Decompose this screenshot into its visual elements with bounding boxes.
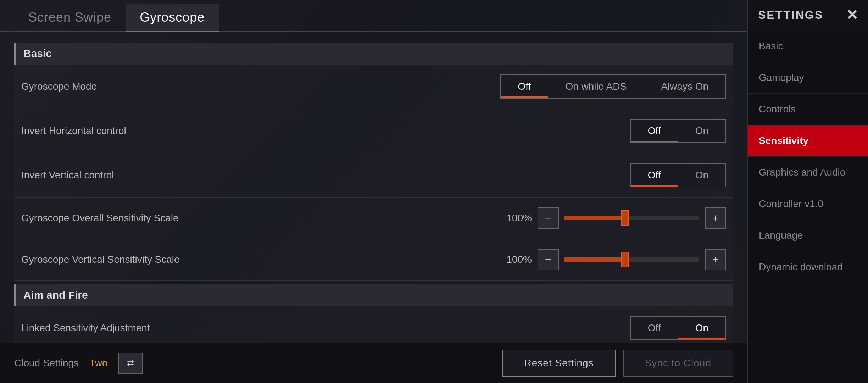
linked-sensitivity-off-btn[interactable]: Off	[631, 317, 678, 339]
gyroscope-overall-label: Gyroscope Overall Sensitivity Scale	[21, 212, 503, 224]
gyroscope-mode-toggle: Off On while ADS Always On	[500, 74, 726, 99]
cloud-swap-button[interactable]: ⇄	[118, 353, 143, 374]
main-content: Screen Swipe Gyroscope Basic Gyroscope M…	[0, 0, 747, 383]
reset-settings-button[interactable]: Reset Settings	[502, 350, 616, 377]
tab-gyroscope[interactable]: Gyroscope	[126, 4, 219, 31]
sidebar-item-sensitivity[interactable]: Sensitivity	[748, 125, 868, 157]
settings-content: Basic Gyroscope Mode Off On while ADS Al…	[0, 32, 747, 343]
invert-horizontal-row: Invert Horizontal control Off On	[14, 109, 733, 153]
close-icon[interactable]: ✕	[846, 8, 858, 22]
linked-sensitivity-on-btn[interactable]: On	[678, 317, 725, 339]
invert-horizontal-toggle: Off On	[630, 119, 726, 143]
invert-vertical-toggle: Off On	[630, 163, 726, 187]
sidebar-item-dynamic-download[interactable]: Dynamic download	[748, 251, 868, 283]
invert-vertical-off-btn[interactable]: Off	[631, 164, 678, 187]
bottom-bar: Cloud Settings Two ⇄ Reset Settings Sync…	[0, 343, 747, 383]
invert-horizontal-off-btn[interactable]: Off	[631, 120, 678, 142]
gyroscope-mode-off-btn[interactable]: Off	[501, 75, 548, 98]
sidebar-item-graphics-audio[interactable]: Graphics and Audio	[748, 157, 868, 188]
gyroscope-mode-ads-btn[interactable]: On while ADS	[548, 75, 644, 98]
sidebar: SETTINGS ✕ Basic Gameplay Controls Sensi…	[747, 0, 868, 383]
tabs-bar: Screen Swipe Gyroscope	[0, 4, 747, 32]
sidebar-header: SETTINGS ✕	[748, 0, 868, 30]
linked-sensitivity-row: Linked Sensitivity Adjustment Off On	[14, 306, 733, 343]
cloud-settings-value: Two	[89, 357, 107, 369]
tab-screen-swipe[interactable]: Screen Swipe	[14, 4, 126, 31]
linked-sensitivity-toggle: Off On	[630, 316, 726, 340]
invert-vertical-on-btn[interactable]: On	[678, 164, 725, 187]
gyroscope-vertical-label: Gyroscope Vertical Sensitivity Scale	[21, 254, 503, 265]
sync-to-cloud-button[interactable]: Sync to Cloud	[623, 350, 733, 377]
invert-horizontal-on-btn[interactable]: On	[678, 120, 725, 142]
gyroscope-overall-decrease-btn[interactable]: −	[538, 207, 559, 229]
sidebar-item-controller[interactable]: Controller v1.0	[748, 188, 868, 220]
gyroscope-overall-value: 100%	[503, 212, 532, 224]
gyroscope-overall-row: Gyroscope Overall Sensitivity Scale 100%…	[14, 198, 733, 239]
gyroscope-overall-track[interactable]	[564, 216, 699, 220]
gyroscope-mode-always-btn[interactable]: Always On	[644, 75, 725, 98]
gyroscope-vertical-thumb[interactable]	[621, 252, 629, 267]
sidebar-item-controls[interactable]: Controls	[748, 94, 868, 125]
gyroscope-mode-row: Gyroscope Mode Off On while ADS Always O…	[14, 65, 733, 109]
linked-sensitivity-label: Linked Sensitivity Adjustment	[21, 322, 630, 334]
invert-vertical-label: Invert Vertical control	[21, 170, 630, 181]
sidebar-item-language[interactable]: Language	[748, 220, 868, 251]
gyroscope-vertical-row: Gyroscope Vertical Sensitivity Scale 100…	[14, 239, 733, 281]
gyroscope-vertical-increase-btn[interactable]: +	[705, 249, 726, 270]
gyroscope-vertical-track[interactable]	[564, 257, 699, 262]
invert-vertical-row: Invert Vertical control Off On	[14, 153, 733, 198]
sidebar-item-gameplay[interactable]: Gameplay	[748, 62, 868, 94]
gyroscope-overall-slider-group: 100% − +	[503, 207, 726, 229]
gyroscope-vertical-value: 100%	[503, 254, 532, 265]
invert-horizontal-label: Invert Horizontal control	[21, 125, 630, 137]
cloud-settings-label: Cloud Settings	[14, 357, 79, 369]
section-aim-fire-header: Aim and Fire	[14, 284, 733, 306]
gyroscope-vertical-decrease-btn[interactable]: −	[538, 249, 559, 270]
gyroscope-overall-increase-btn[interactable]: +	[705, 207, 726, 229]
gyroscope-overall-fill	[564, 216, 625, 220]
section-basic-header: Basic	[14, 43, 733, 65]
gyroscope-vertical-slider-group: 100% − +	[503, 249, 726, 270]
swap-icon: ⇄	[127, 358, 134, 368]
sidebar-title: SETTINGS	[758, 9, 823, 22]
gyroscope-mode-label: Gyroscope Mode	[21, 81, 500, 92]
gyroscope-vertical-fill	[564, 257, 625, 262]
sidebar-item-basic[interactable]: Basic	[748, 30, 868, 62]
gyroscope-overall-thumb[interactable]	[621, 210, 629, 226]
